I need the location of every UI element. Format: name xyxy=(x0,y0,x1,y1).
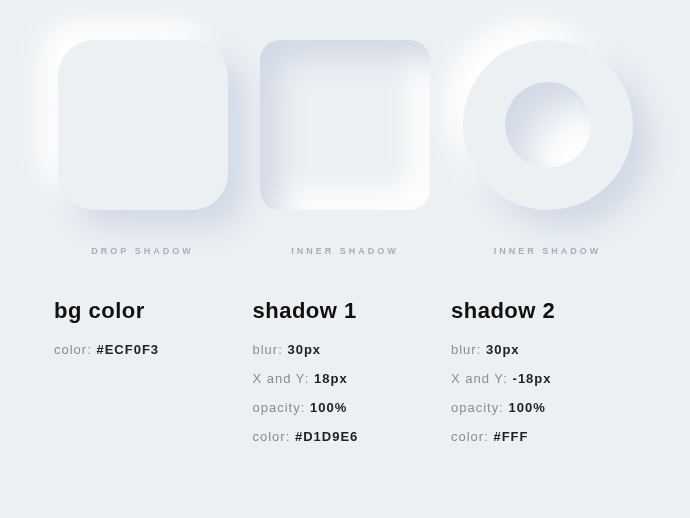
caption-inner-shadow-2: INNER SHADOW xyxy=(494,246,602,256)
shadow1-color-value: #D1D9E6 xyxy=(295,429,358,444)
drop-shadow-col xyxy=(50,40,235,210)
inner-shadow-ring-col xyxy=(455,40,640,210)
shadow2-blur-value: 30px xyxy=(486,342,520,357)
info-row: bg color color: #ECF0F3 shadow 1 blur: 3… xyxy=(50,298,640,458)
shadow2-color-label: color: xyxy=(451,429,489,444)
shadow2-opacity: opacity: 100% xyxy=(451,400,636,415)
ring-inner xyxy=(505,82,591,168)
shapes-row xyxy=(50,40,640,210)
inner-shadow-ring-shape xyxy=(463,40,633,210)
caption-drop-shadow: DROP SHADOW xyxy=(91,246,193,256)
inner-shadow-square-shape xyxy=(260,40,430,210)
bg-title: bg color xyxy=(54,298,239,324)
shadow2-color: color: #FFF xyxy=(451,429,636,444)
caption-inner-shadow-1: INNER SHADOW xyxy=(291,246,399,256)
shadow2-xy: X and Y: -18px xyxy=(451,371,636,386)
shadow2-title: shadow 2 xyxy=(451,298,636,324)
bg-color-prop: color: #ECF0F3 xyxy=(54,342,239,357)
bg-color-block: bg color color: #ECF0F3 xyxy=(54,298,239,458)
shadow1-opacity-value: 100% xyxy=(310,400,347,415)
bg-color-label: color: xyxy=(54,342,92,357)
drop-shadow-shape xyxy=(58,40,228,210)
captions-row: DROP SHADOW INNER SHADOW INNER SHADOW xyxy=(50,240,640,258)
shadow1-opacity-label: opacity: xyxy=(253,400,306,415)
shadow-1-block: shadow 1 blur: 30px X and Y: 18px opacit… xyxy=(253,298,438,458)
bg-color-value: #ECF0F3 xyxy=(96,342,159,357)
shadow2-blur-label: blur: xyxy=(451,342,481,357)
shadow1-blur: blur: 30px xyxy=(253,342,438,357)
shadow2-xy-value: -18px xyxy=(513,371,552,386)
shadow2-xy-label: X and Y: xyxy=(451,371,508,386)
shadow1-xy-value: 18px xyxy=(314,371,348,386)
shadow1-opacity: opacity: 100% xyxy=(253,400,438,415)
shadow-2-block: shadow 2 blur: 30px X and Y: -18px opaci… xyxy=(451,298,636,458)
shadow2-blur: blur: 30px xyxy=(451,342,636,357)
rounded-square-drop xyxy=(58,40,228,210)
shadow1-blur-value: 30px xyxy=(287,342,321,357)
inner-shadow-square-col xyxy=(253,40,438,210)
shadow1-color: color: #D1D9E6 xyxy=(253,429,438,444)
rounded-square-inset xyxy=(260,40,430,210)
shadow2-opacity-value: 100% xyxy=(508,400,545,415)
ring-outer xyxy=(463,40,633,210)
shadow2-opacity-label: opacity: xyxy=(451,400,504,415)
shadow1-xy-label: X and Y: xyxy=(253,371,310,386)
shadow2-color-value: #FFF xyxy=(493,429,528,444)
shadow1-color-label: color: xyxy=(253,429,291,444)
shadow1-title: shadow 1 xyxy=(253,298,438,324)
shadow1-xy: X and Y: 18px xyxy=(253,371,438,386)
shadow1-blur-label: blur: xyxy=(253,342,283,357)
